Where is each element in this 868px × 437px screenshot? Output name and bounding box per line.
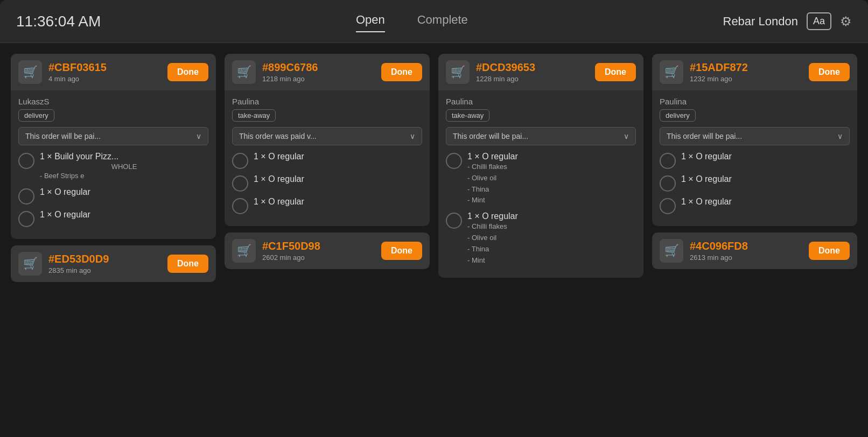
order-time: 1232 min ago	[690, 75, 802, 83]
item-checkbox[interactable]	[18, 153, 34, 169]
column-2: 🛒 #899C6786 1218 min ago Done Paulina ta…	[225, 54, 430, 426]
item-name: 1 × O regular	[681, 152, 850, 161]
payment-dropdown[interactable]: This order was paid v... ∨	[232, 127, 422, 145]
item-name: 1 × O regular	[681, 197, 850, 207]
item-checkbox[interactable]	[232, 198, 248, 214]
order-id-block: #CBF03615 4 min ago	[48, 61, 161, 83]
item-details: 1 × O regular	[254, 174, 422, 184]
order-item: 1 × O regular	[660, 197, 850, 214]
done-button[interactable]: Done	[381, 242, 422, 260]
item-checkbox[interactable]	[232, 153, 248, 169]
order-item: 1 × O regular	[232, 152, 422, 169]
order-item: 1 × O regular - Chilli flakes- Olive oil…	[446, 152, 636, 206]
order-body: Paulina take-away This order will be pai…	[438, 90, 643, 278]
order-time: 1228 min ago	[476, 75, 589, 83]
payment-text: This order will be pai...	[25, 132, 101, 140]
done-button[interactable]: Done	[809, 63, 850, 81]
order-id: #4C096FD8	[690, 240, 802, 252]
cart-icon: 🛒	[18, 252, 42, 276]
item-sub2: - Beef Strips e	[40, 171, 208, 182]
item-details: 1 × O regular	[681, 174, 850, 184]
venue-name: Rebar London	[723, 15, 798, 29]
payment-text: This order will be pai...	[667, 132, 742, 140]
item-modifier: - Chilli flakes- Olive oil- Thina- Mint	[467, 161, 636, 206]
item-name: 1 × Build your Pizz...	[40, 152, 208, 161]
item-checkbox[interactable]	[446, 153, 462, 169]
item-name: 1 × O regular	[40, 187, 208, 197]
item-name: 1 × O regular	[40, 210, 208, 220]
customer-name: Paulina	[232, 97, 422, 106]
item-sub1: WHOLE	[40, 163, 208, 171]
order-card: 🛒 #15ADF872 1232 min ago Done Paulina de…	[652, 54, 857, 226]
order-header: 🛒 #4C096FD8 2613 min ago Done	[652, 232, 857, 269]
item-checkbox[interactable]	[18, 211, 34, 227]
order-item: 1 × O regular	[232, 197, 422, 214]
settings-icon[interactable]: ⚙	[840, 14, 852, 29]
top-bar: 11:36:04 AM Open Complete Rebar London A…	[0, 0, 868, 43]
order-header: 🛒 #ED53D0D9 2835 min ago Done	[11, 245, 216, 282]
order-id-block: #ED53D0D9 2835 min ago	[48, 253, 161, 274]
order-time: 2613 min ago	[690, 253, 802, 262]
order-card: 🛒 #4C096FD8 2613 min ago Done	[652, 232, 857, 269]
customer-name: LukaszS	[18, 97, 208, 106]
dropdown-arrow-icon: ∨	[410, 132, 415, 140]
item-name: 1 × O regular	[254, 197, 422, 207]
order-card: 🛒 #C1F50D98 2602 min ago Done	[225, 232, 430, 269]
order-card: 🛒 #CBF03615 4 min ago Done LukaszS deliv…	[11, 54, 216, 239]
tab-open[interactable]: Open	[356, 13, 385, 30]
item-checkbox[interactable]	[18, 188, 34, 205]
order-id-block: #C1F50D98 2602 min ago	[262, 240, 375, 262]
order-type-badge: delivery	[660, 109, 696, 122]
item-name: 1 × O regular	[467, 212, 636, 221]
item-details: 1 × O regular - Chilli flakes- Olive oil…	[467, 152, 636, 206]
item-checkbox[interactable]	[660, 198, 676, 214]
done-button[interactable]: Done	[381, 63, 422, 81]
top-right: Rebar London Aa ⚙	[723, 12, 852, 30]
item-name: 1 × O regular	[681, 174, 850, 184]
cart-icon: 🛒	[232, 60, 256, 84]
done-button[interactable]: Done	[809, 242, 850, 260]
order-id: #DCD39653	[476, 61, 589, 74]
order-id-block: #899C6786 1218 min ago	[262, 61, 375, 83]
payment-text: This order was paid v...	[239, 132, 317, 140]
order-item: 1 × O regular	[232, 174, 422, 192]
cart-icon: 🛒	[660, 239, 683, 263]
payment-dropdown[interactable]: This order will be pai... ∨	[446, 127, 636, 145]
payment-dropdown[interactable]: This order will be pai... ∨	[660, 127, 850, 145]
font-size-button[interactable]: Aa	[807, 12, 831, 30]
order-id-block: #15ADF872 1232 min ago	[690, 61, 802, 83]
order-card: 🛒 #899C6786 1218 min ago Done Paulina ta…	[225, 54, 430, 226]
column-1: 🛒 #CBF03615 4 min ago Done LukaszS deliv…	[11, 54, 216, 426]
item-checkbox[interactable]	[660, 153, 676, 169]
order-item: 1 × O regular	[18, 210, 208, 227]
tab-complete[interactable]: Complete	[417, 13, 468, 30]
item-checkbox[interactable]	[446, 213, 462, 229]
order-time: 1218 min ago	[262, 75, 375, 83]
order-type-badge: delivery	[18, 109, 54, 122]
order-item: 1 × O regular - Chilli flakes- Olive oil…	[446, 212, 636, 266]
item-checkbox[interactable]	[232, 175, 248, 192]
done-button[interactable]: Done	[167, 255, 208, 273]
dropdown-arrow-icon: ∨	[624, 132, 629, 140]
clock: 11:36:04 AM	[16, 13, 101, 30]
order-body: Paulina take-away This order was paid v.…	[225, 90, 430, 226]
order-item: 1 × O regular	[18, 187, 208, 205]
order-type-badge: take-away	[232, 109, 276, 122]
main-content: 🛒 #CBF03615 4 min ago Done LukaszS deliv…	[0, 43, 868, 437]
item-name: 1 × O regular	[254, 152, 422, 161]
order-id-block: #DCD39653 1228 min ago	[476, 61, 589, 83]
dropdown-arrow-icon: ∨	[196, 132, 201, 140]
item-checkbox[interactable]	[660, 175, 676, 192]
order-card: 🛒 #ED53D0D9 2835 min ago Done	[11, 245, 216, 282]
item-details: 1 × Build your Pizz... WHOLE - Beef Stri…	[40, 152, 208, 182]
done-button[interactable]: Done	[167, 63, 208, 81]
done-button[interactable]: Done	[595, 63, 636, 81]
cart-icon: 🛒	[446, 60, 470, 84]
item-name: 1 × O regular	[467, 152, 636, 161]
order-id: #899C6786	[262, 61, 375, 74]
payment-dropdown[interactable]: This order will be pai... ∨	[18, 127, 208, 145]
order-id: #ED53D0D9	[48, 253, 161, 265]
customer-name: Paulina	[446, 97, 636, 106]
customer-name: Paulina	[660, 97, 850, 106]
order-header: 🛒 #899C6786 1218 min ago Done	[225, 54, 430, 90]
